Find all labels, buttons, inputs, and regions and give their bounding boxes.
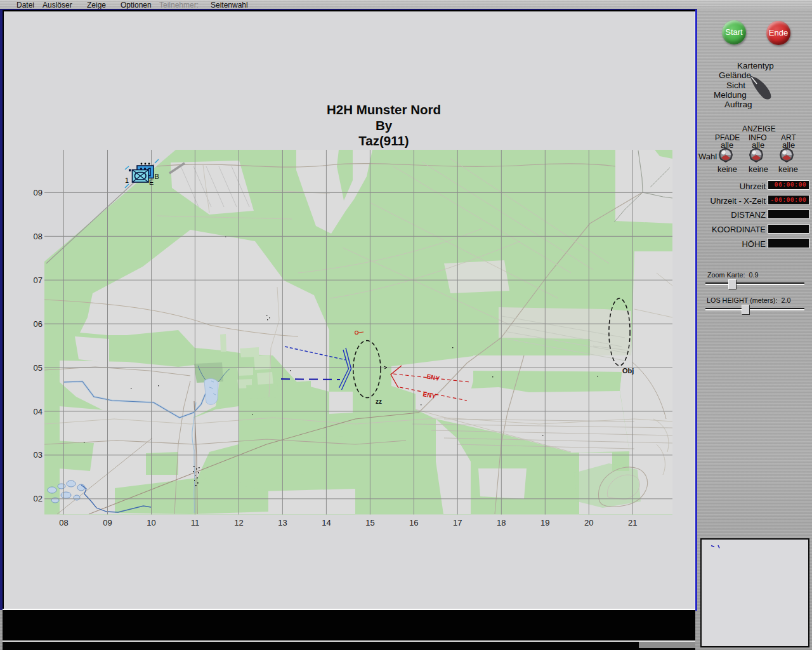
svg-text:E: E xyxy=(149,178,154,186)
svg-text:15: 15 xyxy=(365,518,374,527)
svg-text:03: 03 xyxy=(34,450,43,460)
svg-text:17: 17 xyxy=(453,518,462,527)
svg-text:zz: zz xyxy=(376,398,382,405)
svg-text:21: 21 xyxy=(628,518,637,527)
svg-text:16: 16 xyxy=(409,518,418,527)
svg-text:12: 12 xyxy=(234,518,243,527)
svg-text:09: 09 xyxy=(103,518,112,527)
svg-text:14: 14 xyxy=(322,518,331,527)
svg-text:05: 05 xyxy=(34,363,43,373)
svg-text:04: 04 xyxy=(34,407,43,416)
svg-text:09: 09 xyxy=(34,188,43,197)
svg-text:18: 18 xyxy=(497,518,506,527)
svg-text:13: 13 xyxy=(278,518,287,527)
svg-text:1: 1 xyxy=(125,176,129,184)
svg-text:20: 20 xyxy=(584,518,593,527)
svg-text:07: 07 xyxy=(34,275,43,285)
svg-text:10: 10 xyxy=(147,518,155,527)
svg-text:Obj: Obj xyxy=(622,367,634,375)
svg-text:06: 06 xyxy=(34,319,43,329)
svg-text:08: 08 xyxy=(34,232,43,241)
svg-text:02: 02 xyxy=(34,494,43,503)
svg-text:B: B xyxy=(155,173,159,180)
svg-text:19: 19 xyxy=(540,518,549,527)
svg-text:08: 08 xyxy=(59,518,68,527)
svg-text:11: 11 xyxy=(191,518,200,527)
